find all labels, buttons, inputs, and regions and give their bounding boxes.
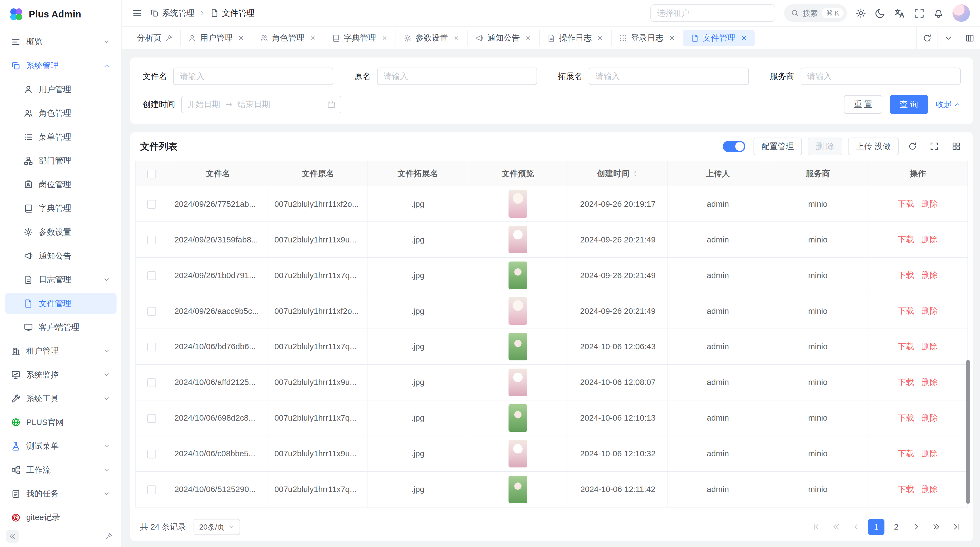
download-link[interactable]: 下载 [898, 306, 914, 315]
preview-thumbnail[interactable] [509, 297, 527, 325]
collapse-filters-link[interactable]: 收起 [935, 99, 961, 110]
tab-param[interactable]: 参数设置 [396, 30, 468, 46]
preview-thumbnail[interactable] [509, 262, 527, 289]
tab-layout-button[interactable] [959, 27, 980, 49]
filter-input-ext[interactable] [589, 67, 749, 85]
config-management-button[interactable]: 配置管理 [754, 137, 802, 155]
sidebar-item-post[interactable]: 岗位管理 [5, 174, 116, 195]
hamburger-menu-button[interactable] [132, 8, 143, 19]
sidebar-item-task[interactable]: 我的任务 [5, 483, 116, 504]
next-page-button[interactable] [908, 519, 924, 535]
tab-dict[interactable]: 字典管理 [324, 30, 396, 46]
sidebar-item-client[interactable]: 客户端管理 [5, 317, 116, 338]
preview-thumbnail[interactable] [509, 476, 527, 503]
row-checkbox[interactable] [147, 378, 156, 387]
upload-button[interactable]: 上传 没做 [848, 137, 899, 155]
download-link[interactable]: 下载 [898, 413, 914, 422]
tab-user[interactable]: 用户管理 [181, 30, 253, 46]
sidebar-item-log[interactable]: 日志管理 [5, 269, 116, 290]
page-button-2[interactable]: 2 [888, 519, 904, 535]
sidebar-item-overview[interactable]: 概览 [5, 31, 116, 53]
sidebar-item-role[interactable]: 角色管理 [5, 103, 116, 124]
download-link[interactable]: 下载 [898, 199, 914, 208]
tab-loginlog[interactable]: 登录日志 [612, 30, 684, 46]
tab-close-button[interactable] [740, 35, 747, 41]
delete-link[interactable]: 删除 [921, 199, 938, 208]
sort-icon[interactable] [632, 170, 639, 177]
row-checkbox[interactable] [147, 200, 156, 209]
delete-link[interactable]: 删除 [921, 413, 938, 422]
table-columns-button[interactable] [948, 139, 964, 155]
sidebar-collapse-button[interactable] [6, 530, 19, 543]
reset-button[interactable]: 重 置 [844, 95, 882, 114]
first-page-button[interactable] [808, 519, 824, 535]
tab-analysis[interactable]: 分析页 [130, 30, 181, 46]
download-link[interactable]: 下载 [898, 342, 914, 351]
border-toggle[interactable] [723, 141, 745, 152]
page-size-select[interactable]: 20条/页 [194, 519, 240, 535]
row-checkbox[interactable] [147, 485, 156, 494]
translate-button[interactable] [894, 8, 905, 19]
row-checkbox[interactable] [147, 450, 156, 458]
filter-input-provider[interactable] [800, 67, 961, 85]
download-link[interactable]: 下载 [898, 235, 914, 244]
search-submit-button[interactable]: 查 询 [889, 95, 928, 114]
fast-next-button[interactable] [928, 519, 944, 535]
sidebar-item-gitee[interactable]: gitee记录 [5, 507, 116, 528]
bulk-delete-button[interactable]: 删 除 [808, 137, 842, 155]
sidebar-item-file[interactable]: 文件管理 [5, 293, 116, 314]
notifications-button[interactable] [933, 8, 944, 19]
delete-link[interactable]: 删除 [921, 378, 938, 386]
row-checkbox[interactable] [147, 271, 156, 280]
tab-notice[interactable]: 通知公告 [468, 30, 540, 46]
tab-close-button[interactable] [309, 35, 316, 41]
delete-link[interactable]: 删除 [921, 306, 938, 315]
tab-role[interactable]: 角色管理 [252, 30, 324, 46]
preview-thumbnail[interactable] [509, 440, 527, 467]
avatar[interactable] [953, 4, 970, 22]
sidebar-item-notice[interactable]: 通知公告 [5, 246, 116, 267]
preview-thumbnail[interactable] [509, 333, 527, 360]
sidebar-item-site[interactable]: PLUS官网 [5, 412, 116, 433]
fullscreen-button[interactable] [914, 8, 924, 19]
sidebar-item-tenant[interactable]: 租户管理 [5, 341, 116, 362]
delete-link[interactable]: 删除 [921, 449, 938, 458]
preview-thumbnail[interactable] [509, 190, 527, 218]
sidebar-item-workflow[interactable]: 工作流 [5, 459, 116, 480]
date-range-picker[interactable]: 开始日期 结束日期 [181, 96, 341, 113]
download-link[interactable]: 下载 [898, 485, 914, 494]
sidebar-item-param[interactable]: 参数设置 [5, 222, 116, 243]
preview-thumbnail[interactable] [509, 404, 527, 432]
sidebar-item-dept[interactable]: 部门管理 [5, 150, 116, 171]
breadcrumb-item-system[interactable]: 系统管理 [150, 8, 194, 19]
last-page-button[interactable] [948, 519, 964, 535]
brand[interactable]: Plus Admin [0, 0, 121, 29]
filter-input-name[interactable] [173, 67, 333, 85]
tab-refresh-button[interactable] [916, 27, 937, 49]
row-checkbox[interactable] [147, 307, 156, 316]
sidebar-item-dict[interactable]: 字典管理 [5, 198, 116, 219]
preview-thumbnail[interactable] [509, 226, 527, 254]
tab-close-button[interactable] [453, 35, 460, 41]
tab-file[interactable]: 文件管理 [684, 30, 755, 46]
table-fullscreen-button[interactable] [926, 139, 942, 155]
prev-page-button[interactable] [848, 519, 864, 535]
delete-link[interactable]: 删除 [921, 271, 938, 279]
global-search-button[interactable]: 搜索 ⌘ K [784, 4, 847, 22]
filter-input-original[interactable] [377, 67, 537, 85]
sidebar-item-system[interactable]: 系统管理 [5, 55, 116, 76]
delete-link[interactable]: 删除 [921, 342, 938, 351]
sidebar-item-test[interactable]: 测试菜单 [5, 435, 116, 457]
page-button-1[interactable]: 1 [868, 519, 885, 535]
table-refresh-button[interactable] [904, 139, 921, 155]
row-checkbox[interactable] [147, 236, 156, 244]
sidebar-item-monitor[interactable]: 系统监控 [5, 364, 116, 386]
dark-mode-button[interactable] [875, 8, 886, 19]
select-all-checkbox[interactable] [147, 170, 156, 179]
download-link[interactable]: 下载 [898, 378, 914, 386]
tab-close-button[interactable] [668, 35, 675, 41]
download-link[interactable]: 下载 [898, 271, 914, 279]
sidebar-item-menu[interactable]: 菜单管理 [5, 126, 116, 148]
tab-close-button[interactable] [597, 35, 603, 41]
download-link[interactable]: 下载 [898, 449, 914, 458]
